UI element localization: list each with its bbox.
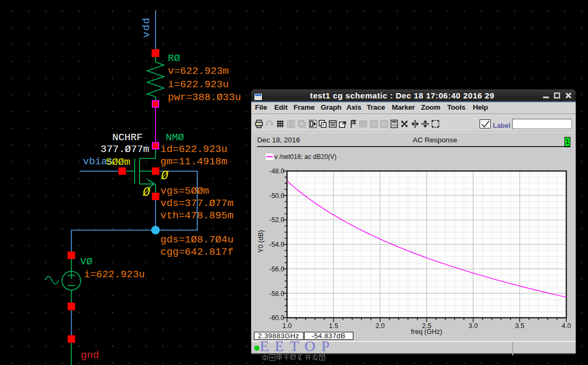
svg-text:vgs=5ØØm: vgs=5ØØm	[160, 185, 209, 197]
svg-text:3.5: 3.5	[515, 322, 524, 330]
svg-text:3.0: 3.0	[469, 322, 478, 330]
svg-text:cgg=642.817f: cgg=642.817f	[160, 246, 234, 258]
svg-text:NMØ: NMØ	[166, 132, 184, 143]
svg-text:id=622.923u: id=622.923u	[160, 143, 227, 155]
svg-text:gnd: gnd	[81, 349, 99, 361]
svg-text:gm=11.4918m: gm=11.4918m	[160, 156, 227, 168]
svg-text:VØ: VØ	[80, 256, 92, 268]
svg-text:RØ: RØ	[168, 52, 180, 64]
svg-text:vth=478.895m: vth=478.895m	[160, 210, 234, 222]
svg-text:Ø: Ø	[142, 186, 151, 200]
svg-text:-56.0: -56.0	[269, 265, 285, 273]
svg-text:vdd: vdd	[141, 17, 152, 38]
svg-text:i=622.923u: i=622.923u	[84, 269, 145, 280]
svg-text:freq (GHz): freq (GHz)	[411, 328, 442, 336]
svg-text:-52.0: -52.0	[269, 216, 285, 224]
svg-text:1.5: 1.5	[329, 322, 338, 330]
svg-text:377.Ø77m: 377.Ø77m	[100, 143, 149, 155]
svg-text:v /net016; ac dB20(V): v /net016; ac dB20(V)	[275, 153, 337, 161]
svg-text:gds=1Ø8.7Ø4u: gds=1Ø8.7Ø4u	[160, 234, 234, 246]
svg-text:i=622.923u: i=622.923u	[168, 79, 229, 90]
svg-text:NCHRF: NCHRF	[112, 132, 143, 143]
svg-text:Y0 (dB): Y0 (dB)	[257, 230, 265, 253]
svg-text:Ø: Ø	[160, 169, 169, 183]
svg-text:5ØØm: 5ØØm	[106, 156, 130, 168]
svg-text:1.0: 1.0	[282, 322, 291, 330]
svg-text:4.0: 4.0	[562, 322, 571, 330]
svg-text:-58.0: -58.0	[269, 290, 285, 298]
svg-text:vds=377.Ø77m: vds=377.Ø77m	[160, 197, 234, 209]
svg-text:v=622.923m: v=622.923m	[168, 65, 229, 77]
svg-text:pwr=388.Ø33u: pwr=388.Ø33u	[168, 92, 241, 103]
svg-text:-60.0: -60.0	[269, 314, 285, 322]
svg-text:2.0: 2.0	[375, 322, 384, 330]
svg-text:-54.0: -54.0	[269, 241, 285, 248]
svg-text:-48.0: -48.0	[269, 168, 285, 175]
svg-text:-50.0: -50.0	[269, 192, 285, 200]
